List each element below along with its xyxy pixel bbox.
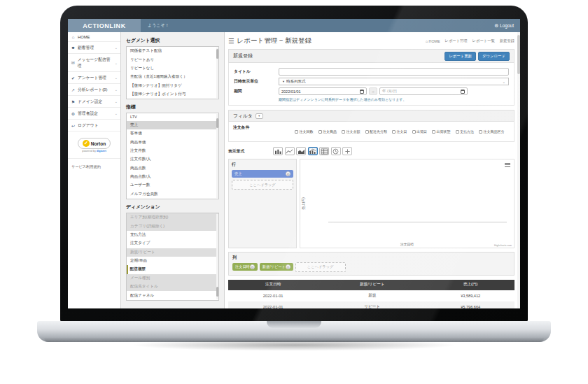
display-format-button[interactable]	[296, 147, 306, 155]
table-row[interactable]: 2022-01-01 新規 ¥3,589,412	[228, 290, 514, 301]
dimension-item[interactable]: メール種別	[127, 274, 218, 283]
checkbox-icon[interactable]	[392, 130, 396, 134]
filter-checkbox[interactable]: 注文日	[392, 129, 407, 134]
breadcrumb-item[interactable]: ⌂ HOME	[426, 38, 440, 43]
sidebar-item[interactable]: ↩ ログアウト	[68, 120, 120, 131]
pill-gear-icon[interactable]: ⚙	[286, 264, 290, 269]
metric-item[interactable]: 商品点数	[127, 164, 218, 173]
main-scrollbar[interactable]	[517, 32, 520, 308]
filter-checkbox[interactable]: 注文回数	[295, 129, 314, 134]
display-format-button[interactable]	[285, 147, 295, 155]
display-format-button[interactable]	[308, 147, 318, 155]
display-format-button[interactable]	[273, 147, 283, 155]
dimension-item[interactable]: エリア別(都道府県別)	[127, 213, 218, 222]
pill-gear-icon[interactable]: ⚙	[286, 171, 290, 176]
terms-link[interactable]: サービス利用規約	[68, 158, 120, 175]
sidebar-item[interactable]: ⌂ HOME	[68, 32, 120, 42]
segment-item[interactable]: 全配信（直近1週間購入者除く）	[127, 73, 218, 81]
dimension-item[interactable]: 配信先タイトル	[127, 283, 218, 291]
new-registration-header: 新規登録 レポート更新 ダウンロード	[228, 49, 514, 63]
breadcrumb-item[interactable]: レポート管理	[445, 38, 468, 43]
display-format-button[interactable]	[342, 147, 352, 155]
metric-item[interactable]: 商品単価	[127, 138, 218, 146]
period-to-input[interactable]: 年 /月/日	[379, 87, 468, 95]
column-pill[interactable]: 新規/リピート ⚙	[260, 263, 293, 271]
report-update-button[interactable]: レポート更新	[444, 52, 476, 61]
metric-item[interactable]: メルマガ会員数	[127, 190, 218, 199]
metric-item[interactable]: 客単価	[127, 129, 218, 138]
checkbox-icon[interactable]	[412, 130, 416, 134]
metric-item[interactable]: ユーザー数	[127, 181, 218, 190]
calendar-icon[interactable]	[360, 90, 364, 94]
scrollbar-thumb[interactable]	[216, 287, 218, 297]
download-button[interactable]: ダウンロード	[478, 52, 510, 61]
checkbox-icon[interactable]	[456, 130, 459, 134]
checkbox-icon[interactable]	[365, 130, 369, 134]
laptop-bezel: ACTIONLINK ようこそ！ ⚙ Logout ⌂ HOME	[60, 6, 528, 322]
table-row[interactable]: 2022-01-01 リピート ¥5,796,664	[228, 301, 514, 309]
checkbox-icon[interactable]	[295, 130, 298, 134]
checkbox-icon[interactable]	[432, 130, 435, 134]
metric-item[interactable]: 商品点数/人	[127, 173, 218, 181]
unit-select[interactable]: ▼ 時系列形式 ⌄	[279, 78, 509, 85]
scrollbar-track[interactable]	[216, 48, 218, 98]
dimension-item[interactable]: 配信履歴	[127, 265, 218, 273]
dimension-item[interactable]: 新規/リピート	[127, 248, 218, 257]
checkbox-icon[interactable]	[342, 130, 345, 134]
sidebar-item-label: アンケート管理	[78, 75, 106, 81]
metric-item[interactable]: LTV	[127, 113, 218, 120]
sidebar-item[interactable]: ☻ 顧客管理 ⌄	[68, 42, 120, 54]
dimension-item[interactable]: 注文タイプ	[127, 239, 218, 248]
sidebar-item[interactable]: ⚙ 管理者設定 ⌄	[68, 108, 120, 120]
scrollbar-thumb[interactable]	[216, 118, 218, 128]
title-input[interactable]	[279, 68, 509, 76]
scrollbar-track[interactable]	[216, 114, 218, 198]
sidebar-item[interactable]: ✉ メッセージ配信管理 ⌄	[68, 54, 120, 72]
sidebar-item-label: ログアウト	[78, 122, 99, 129]
filter-checkbox[interactable]: 注文金額	[342, 129, 360, 134]
hamburger-menu-icon[interactable]: ☰	[228, 37, 234, 45]
segment-item[interactable]: 【復帰シナリオ】ポイント付与	[127, 90, 218, 99]
segment-item[interactable]: 関係者テスト配信	[127, 47, 218, 55]
filter-checkbox[interactable]: 出荷日	[412, 129, 428, 134]
column-dropzone[interactable]: ここへドラッグ	[295, 262, 346, 272]
metric-item[interactable]: 注文件数	[127, 147, 218, 155]
breadcrumb-item[interactable]: レポート一覧	[472, 38, 495, 43]
chart-menu-icon[interactable]	[505, 162, 510, 168]
logout-button[interactable]: ⚙ Logout	[494, 19, 520, 32]
filter-checkbox[interactable]: 注文商品区分	[479, 129, 505, 134]
filter-title: フィルタ	[233, 113, 253, 120]
sidebar-item[interactable]: ↗ 分析レポート(β) ⌄	[68, 84, 120, 96]
row-pill[interactable]: 売上 ⚙	[232, 170, 293, 178]
dimension-item[interactable]: 配信チャネル	[127, 291, 218, 299]
filter-checkbox[interactable]: 注文商品	[318, 129, 337, 134]
scrollbar-thumb[interactable]	[517, 35, 520, 74]
filter-checkbox[interactable]: 支払方法	[456, 129, 475, 134]
filter-checkbox[interactable]: 配送先分類	[365, 129, 388, 134]
calendar-icon[interactable]	[461, 90, 465, 94]
column-pill[interactable]: 注文日時 ⚙	[232, 263, 258, 271]
metric-item[interactable]: 注文件数/人	[127, 155, 218, 164]
segment-item[interactable]: 【復帰シナリオ】開封リタゲ	[127, 82, 218, 90]
segment-item[interactable]: リピートなし	[127, 64, 218, 73]
breadcrumb-item[interactable]: 新規登録	[500, 38, 514, 43]
filter-checkbox[interactable]: 出荷状態	[432, 129, 451, 134]
display-format-button[interactable]	[331, 147, 341, 155]
checkbox-icon[interactable]	[479, 130, 482, 134]
dimension-item[interactable]: 定期/単品	[127, 257, 218, 265]
scrollbar-track[interactable]	[216, 214, 218, 299]
dimension-item[interactable]: 支払方法	[127, 231, 218, 239]
sidebar-item[interactable]: ⚑ ドメイン設定 ⌄	[68, 96, 120, 108]
scrollbar-thumb[interactable]	[216, 49, 218, 59]
row-dropzone[interactable]: ここへドラッグ	[232, 180, 293, 190]
metric-item[interactable]: 売上	[127, 121, 218, 129]
filter-toggle-button[interactable]: ▼	[255, 113, 263, 119]
period-from-input[interactable]: 2022/01/01	[279, 87, 367, 95]
dimension-item[interactable]: カテゴリ(詳細除く)	[127, 222, 218, 230]
checkbox-icon[interactable]	[318, 130, 322, 134]
app-topbar: ACTIONLINK ようこそ！ ⚙ Logout	[68, 19, 520, 32]
display-format-button[interactable]	[319, 147, 329, 155]
pill-gear-icon[interactable]: ⚙	[250, 264, 255, 269]
segment-item[interactable]: リピートあり	[127, 55, 218, 64]
sidebar-item[interactable]: ✔ アンケート管理 ⌄	[68, 72, 120, 84]
